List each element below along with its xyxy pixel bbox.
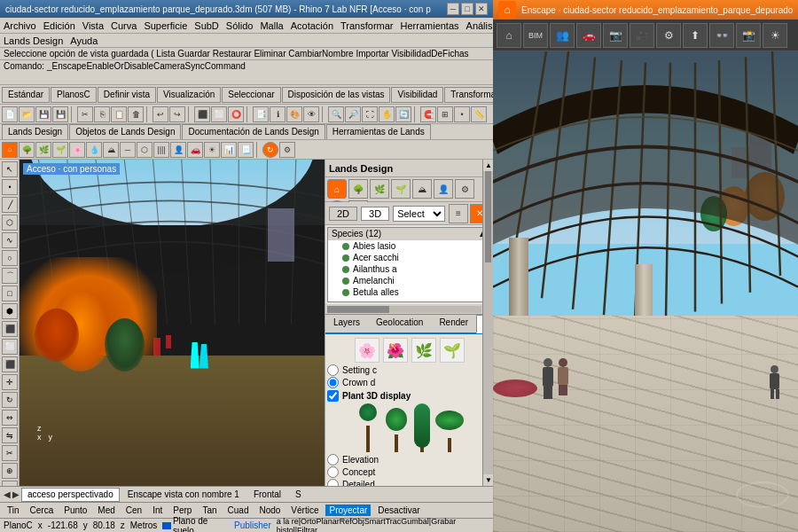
- tb-new[interactable]: 📄: [2, 106, 18, 122]
- tb-grid[interactable]: ⊞: [437, 106, 453, 122]
- scroll-thumb[interactable]: [485, 171, 491, 262]
- tab-definir-vista[interactable]: Definir vista: [98, 87, 156, 103]
- tb-save[interactable]: 💾: [35, 106, 51, 122]
- menu-vista[interactable]: Vista: [82, 20, 104, 31]
- vp-tab-s[interactable]: S: [289, 488, 308, 502]
- tb-undo[interactable]: ↩: [153, 106, 168, 122]
- scrollbar-track[interactable]: [327, 306, 481, 313]
- radio-detailed-input[interactable]: [327, 479, 339, 486]
- vp-prev[interactable]: ◀: [4, 489, 11, 499]
- scroll-up-btn[interactable]: ▲: [483, 160, 493, 171]
- tb-pan[interactable]: ✋: [379, 106, 395, 122]
- radio-elevation-input[interactable]: [327, 454, 339, 466]
- enscape-camera-btn[interactable]: 📷: [603, 23, 628, 48]
- menu-superficie[interactable]: Superficie: [144, 20, 187, 31]
- lands-shrub-btn[interactable]: 🌿: [35, 142, 51, 158]
- viewport-3d[interactable]: Acceso · con personas: [20, 160, 325, 486]
- snap-cuad[interactable]: Cuad: [224, 505, 253, 516]
- snap-tin[interactable]: Tin: [4, 505, 23, 516]
- menu-curva[interactable]: Curva: [111, 20, 137, 31]
- menu-herramientas[interactable]: Herramientas: [401, 20, 459, 31]
- tool-line[interactable]: ╱: [2, 197, 18, 213]
- tb-render[interactable]: 🎨: [286, 106, 302, 122]
- tab-visualizacion[interactable]: Visualización: [157, 87, 221, 103]
- vp-next[interactable]: ▶: [12, 489, 20, 499]
- tab-layers[interactable]: Layers: [325, 315, 368, 332]
- vp-tab-acceso[interactable]: acceso perspectivado: [21, 488, 120, 502]
- mode-3d-btn[interactable]: 3D: [361, 207, 389, 221]
- scroll-down-btn[interactable]: ▼: [483, 474, 493, 486]
- lands-settings-btn[interactable]: ⚙: [279, 142, 295, 158]
- tool-join[interactable]: ⊕: [2, 463, 18, 479]
- enscape-person-btn[interactable]: 👥: [550, 23, 575, 48]
- enscape-bim-btn[interactable]: BIM: [523, 23, 548, 48]
- tb-paste[interactable]: 📋: [111, 106, 127, 122]
- plant-3d-round[interactable]: [384, 403, 409, 452]
- tb-points[interactable]: •: [454, 106, 470, 122]
- snap-cerca[interactable]: Cerca: [27, 505, 58, 516]
- plant-thumb-1[interactable]: 🌸: [355, 338, 379, 363]
- enscape-video-btn[interactable]: 🎥: [630, 23, 654, 48]
- snap-cen[interactable]: Cen: [122, 505, 145, 516]
- ld-grass-add[interactable]: 🌱: [391, 179, 411, 199]
- plant-3d-palm[interactable]: [356, 403, 380, 452]
- species-scrollbar[interactable]: ▶: [325, 304, 493, 315]
- tb-properties[interactable]: ℹ: [270, 106, 286, 122]
- tool-split[interactable]: ⊗: [2, 481, 18, 486]
- snap-tan[interactable]: Tan: [199, 505, 220, 516]
- tab-herramientas-lands[interactable]: Herramientas de Lands: [326, 124, 431, 140]
- tool-surface[interactable]: ⬜: [2, 339, 18, 355]
- menu-lands[interactable]: Lands Design: [4, 35, 63, 46]
- lands-fence-btn[interactable]: ||||: [153, 142, 169, 158]
- tool-rotate[interactable]: ↻: [2, 392, 18, 408]
- tb-display-mode[interactable]: 👁: [303, 106, 319, 122]
- tb-open[interactable]: 📂: [19, 106, 35, 122]
- tab-render[interactable]: Render: [431, 315, 476, 332]
- tab-estandar[interactable]: Estándar: [2, 87, 50, 103]
- tool-trim[interactable]: ✂: [2, 445, 18, 461]
- maximize-button[interactable]: □: [461, 3, 473, 15]
- tab-geolocation[interactable]: Geolocation: [368, 315, 431, 332]
- lands-flower-btn[interactable]: 🌸: [69, 142, 85, 158]
- enscape-vr-btn[interactable]: 👓: [709, 23, 734, 48]
- tb-orbit[interactable]: 🔄: [395, 106, 411, 122]
- tool-polyline[interactable]: ⬡: [2, 215, 18, 231]
- snap-perp[interactable]: Perp: [169, 505, 195, 516]
- scrollbar-thumb[interactable]: [327, 306, 389, 313]
- tab-disposicion[interactable]: Disposición de las vistas: [282, 87, 391, 103]
- tool-arc[interactable]: ⌒: [2, 268, 18, 284]
- menu-solido[interactable]: Sólido: [226, 20, 254, 31]
- tool-polygon[interactable]: ⬢: [2, 303, 18, 319]
- enscape-car-btn[interactable]: 🚗: [576, 23, 601, 48]
- radio-concept-input[interactable]: [327, 466, 339, 478]
- snap-vertice[interactable]: Vértice: [287, 505, 322, 516]
- tb-redo[interactable]: ↪: [169, 106, 185, 122]
- species-item-5[interactable]: Betula alles: [328, 286, 490, 298]
- tool-circle[interactable]: ○: [2, 250, 18, 266]
- lands-terrain-btn[interactable]: ⛰: [103, 142, 119, 158]
- plant-thumb-3[interactable]: 🌿: [411, 338, 436, 363]
- species-item-3[interactable]: Ailanthus a: [328, 263, 490, 275]
- mode-icon-1[interactable]: ≡: [449, 204, 468, 223]
- ld-person-add[interactable]: 👤: [434, 179, 453, 199]
- plant-3d-checkbox[interactable]: [327, 390, 339, 402]
- enscape-home-btn[interactable]: ⌂: [497, 23, 521, 48]
- tb-cut[interactable]: ✂: [77, 106, 93, 122]
- menu-malla[interactable]: Malla: [260, 20, 283, 31]
- tb-lasso[interactable]: ⭕: [228, 106, 244, 122]
- radio-setting-input[interactable]: [327, 364, 339, 376]
- radio-crown-input[interactable]: [327, 377, 339, 388]
- tb-zoom-out[interactable]: 🔎: [345, 106, 361, 122]
- tb-layers[interactable]: 📑: [253, 106, 269, 122]
- menu-subd[interactable]: SubD: [194, 20, 219, 31]
- tb-measure[interactable]: 📏: [471, 106, 487, 122]
- lands-home-btn[interactable]: ⌂: [2, 142, 18, 158]
- tab-transformar[interactable]: Transformar: [444, 87, 493, 103]
- tb-saveas[interactable]: 💾: [52, 106, 68, 122]
- plant-thumb-4[interactable]: 🌱: [440, 338, 465, 363]
- tb-zoom-in[interactable]: 🔍: [328, 106, 344, 122]
- ld-shrub-add[interactable]: 🌿: [370, 179, 389, 199]
- menu-transformar[interactable]: Transformar: [340, 20, 394, 31]
- ld-terrain-add[interactable]: ⛰: [412, 179, 432, 199]
- tool-extrude[interactable]: ⬛: [2, 321, 18, 337]
